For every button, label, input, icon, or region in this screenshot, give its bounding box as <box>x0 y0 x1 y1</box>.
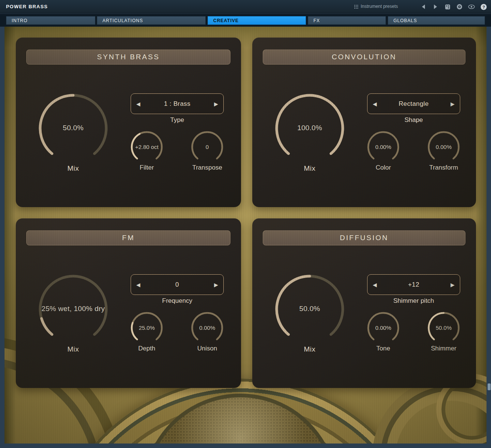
eye-icon <box>468 5 475 9</box>
knob-value: +2.80 oct <box>124 144 169 150</box>
knob-label: Mix <box>283 345 336 353</box>
transform-knob[interactable]: 0.00% <box>427 130 461 164</box>
selector-next-button[interactable]: ▶ <box>450 281 455 288</box>
tab-articulations[interactable]: ARTICULATIONS <box>97 16 206 25</box>
presets-label: Instrument presets <box>361 4 398 9</box>
knob-label: Color <box>361 164 406 171</box>
knob-value: 50.0% <box>274 305 345 313</box>
type-selector[interactable]: ◀ 1 : Brass ▶ <box>131 93 224 114</box>
knob-label: Unison <box>185 345 230 352</box>
panel-title: FM <box>26 230 230 245</box>
knob-label: Filter <box>124 164 169 171</box>
color-knob[interactable]: 0.00% <box>366 130 400 164</box>
panel-title-text: FM <box>122 234 134 242</box>
knob-value: 0 <box>185 144 230 150</box>
selector-next-button[interactable]: ▶ <box>450 101 455 107</box>
panel-title-text: SYNTH BRASS <box>97 53 160 61</box>
panel-title-text: CONVOLUTION <box>332 53 396 61</box>
knob-label: Mix <box>47 164 99 173</box>
selector-prev-button[interactable]: ◀ <box>372 101 378 107</box>
mix-knob[interactable]: 50.0% <box>38 93 109 164</box>
help-button[interactable]: ? <box>479 2 488 11</box>
selector-prev-button[interactable]: ◀ <box>136 101 141 107</box>
shape-selector[interactable]: ◀ Rectangle ▶ <box>367 93 460 114</box>
filter-knob[interactable]: +2.80 oct <box>130 130 164 164</box>
panel-diffusion: DIFFUSION 50.0% Mix ◀ +12 ▶ Shimmer pitc… <box>252 218 476 388</box>
panel-convolution: CONVOLUTION 100.0% Mix ◀ Rectangle ▶ Sha… <box>252 38 476 207</box>
knob-value: 25% wet, 100% dry <box>38 305 109 313</box>
knob-value: 0.00% <box>361 325 406 331</box>
panel-title: DIFFUSION <box>263 230 465 245</box>
knob-value: 100.0% <box>274 124 345 132</box>
svg-text:?: ? <box>482 5 485 9</box>
knob-label: Tone <box>361 345 406 352</box>
shimmer-knob[interactable]: 50.0% <box>427 311 461 345</box>
preset-browser-button[interactable] <box>455 2 464 11</box>
random-preset-button[interactable] <box>443 2 452 11</box>
knob-value: 0.00% <box>185 325 230 331</box>
knob-value: 0.00% <box>421 144 466 150</box>
plugin-window: POWER BRASS Instrument presets <box>0 0 491 448</box>
main-content: SYNTH BRASS 50.0% Mix ◀ 1 : Brass ▶ Type… <box>5 27 486 443</box>
shimmer-pitch-selector[interactable]: ◀ +12 ▶ <box>367 274 460 295</box>
selector-label: Frequency <box>140 297 215 305</box>
resize-handle[interactable] <box>488 383 491 390</box>
selector-value: 1 : Brass <box>164 100 191 108</box>
selector-value: +12 <box>408 281 419 289</box>
titlebar-icons: ? <box>419 0 488 14</box>
selector-next-button[interactable]: ▶ <box>213 281 219 288</box>
help-icon: ? <box>480 4 487 10</box>
selector-label: Shape <box>376 116 451 124</box>
panel-title-text: DIFFUSION <box>340 234 388 242</box>
dice-icon <box>445 4 450 10</box>
prev-preset-button[interactable] <box>419 2 428 11</box>
knob-label: Shimmer <box>421 345 466 352</box>
depth-knob[interactable]: 25.0% <box>130 311 164 345</box>
transpose-knob[interactable]: 0 <box>190 130 224 164</box>
panel-synth-brass: SYNTH BRASS 50.0% Mix ◀ 1 : Brass ▶ Type… <box>16 38 241 207</box>
knob-label: Transpose <box>185 164 230 171</box>
mix-knob[interactable]: 100.0% <box>274 93 345 164</box>
next-preset-button[interactable] <box>431 2 440 11</box>
selector-label: Shimmer pitch <box>376 297 451 305</box>
tab-globals[interactable]: GLOBALS <box>388 16 485 25</box>
target-icon <box>456 4 462 10</box>
titlebar: POWER BRASS Instrument presets <box>0 0 491 14</box>
knob-value: 50.0% <box>421 325 466 331</box>
instrument-presets-button[interactable]: Instrument presets <box>354 4 398 9</box>
tabbar: INTRO ARTICULATIONS CREATIVE FX GLOBALS <box>0 14 491 27</box>
frequency-selector[interactable]: ◀ 0 ▶ <box>131 274 224 295</box>
knob-value: 0.00% <box>361 144 406 150</box>
panel-title: SYNTH BRASS <box>26 50 230 65</box>
selector-value: 0 <box>175 281 179 289</box>
selector-value: Rectangle <box>399 100 429 108</box>
unison-knob[interactable]: 0.00% <box>190 311 224 345</box>
panel-title: CONVOLUTION <box>263 50 465 65</box>
tab-fx[interactable]: FX <box>308 16 386 25</box>
knob-label: Transform <box>421 164 466 171</box>
tab-intro[interactable]: INTRO <box>6 16 95 25</box>
prev-arrow-icon <box>422 5 425 9</box>
mix-knob[interactable]: 25% wet, 100% dry <box>38 274 109 345</box>
knob-value: 50.0% <box>38 124 109 132</box>
view-button[interactable] <box>467 2 476 11</box>
knob-label: Mix <box>47 345 99 353</box>
next-arrow-icon <box>434 5 437 9</box>
selector-prev-button[interactable]: ◀ <box>372 281 378 288</box>
selector-next-button[interactable]: ▶ <box>213 101 219 107</box>
window-title: POWER BRASS <box>6 4 48 9</box>
knob-label: Depth <box>124 345 169 352</box>
panel-fm: FM 25% wet, 100% dry Mix ◀ 0 ▶ Frequency… <box>16 218 241 388</box>
mix-knob[interactable]: 50.0% <box>274 274 345 345</box>
knob-value: 25.0% <box>124 325 169 331</box>
selector-prev-button[interactable]: ◀ <box>136 281 141 288</box>
selector-label: Type <box>140 116 215 124</box>
tone-knob[interactable]: 0.00% <box>366 311 400 345</box>
knob-label: Mix <box>283 164 336 173</box>
grid-icon <box>354 5 358 9</box>
tab-creative[interactable]: CREATIVE <box>208 16 306 25</box>
